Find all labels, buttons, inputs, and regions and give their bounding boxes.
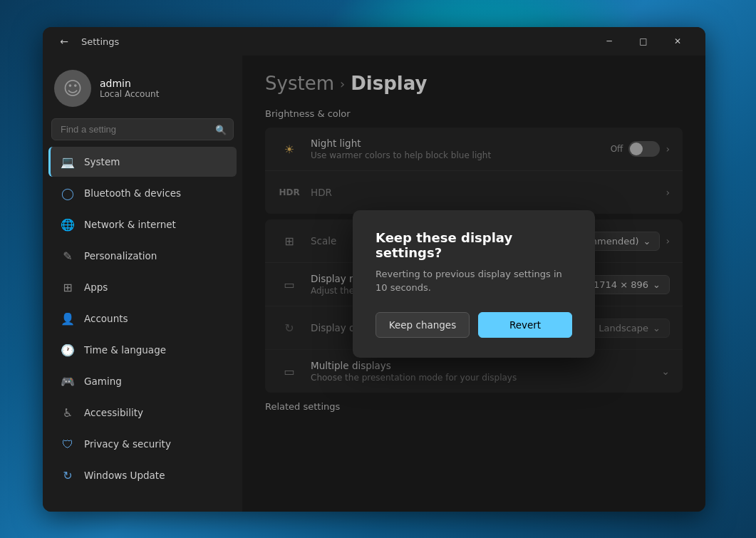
user-name: admin	[100, 78, 159, 89]
personalization-icon: ✎	[60, 248, 76, 264]
window-title: Settings	[81, 36, 119, 47]
sidebar-item-update-label: Windows Update	[84, 470, 165, 481]
search-input[interactable]	[51, 118, 234, 140]
gaming-icon: 🎮	[60, 373, 76, 389]
network-icon: 🌐	[60, 217, 76, 232]
maximize-button[interactable]: □	[627, 30, 660, 53]
sidebar-item-system-label: System	[84, 156, 120, 167]
revert-button[interactable]: Revert	[478, 312, 572, 338]
avatar: ☺	[54, 70, 91, 107]
sidebar-item-bluetooth[interactable]: ◯ Bluetooth & devices	[48, 178, 237, 208]
sidebar-item-network-label: Network & internet	[84, 219, 176, 230]
privacy-icon: 🛡	[60, 436, 76, 452]
sidebar-item-system[interactable]: 💻 System	[48, 147, 237, 177]
sidebar-item-privacy[interactable]: 🛡 Privacy & security	[48, 429, 237, 459]
sidebar-item-accounts-label: Accounts	[84, 313, 128, 324]
sidebar-item-accounts[interactable]: 👤 Accounts	[48, 304, 237, 333]
sidebar-item-network[interactable]: 🌐 Network & internet	[48, 209, 237, 239]
search-box: 🔍	[51, 118, 234, 140]
time-icon: 🕐	[60, 342, 76, 358]
dialog-title: Keep these display settings?	[376, 230, 572, 260]
sidebar-item-gaming-label: Gaming	[84, 376, 122, 387]
main-content: ☺ admin Local Account 🔍 💻 System ◯ Bluet…	[43, 56, 705, 512]
window-controls: ─ □ ✕	[593, 30, 694, 53]
sidebar-item-personalization-label: Personalization	[84, 250, 157, 262]
right-panel: System › Display Brightness & color ☀ Ni…	[242, 56, 705, 512]
sidebar-item-accessibility-label: Accessibility	[84, 407, 143, 418]
apps-icon: ⊞	[60, 279, 76, 295]
titlebar: ← Settings ─ □ ✕	[43, 27, 705, 56]
user-info: admin Local Account	[100, 78, 159, 99]
user-profile: ☺ admin Local Account	[43, 64, 242, 118]
keep-changes-button[interactable]: Keep changes	[376, 312, 470, 338]
sidebar: ☺ admin Local Account 🔍 💻 System ◯ Bluet…	[43, 56, 242, 512]
search-icon: 🔍	[215, 124, 227, 135]
sidebar-item-apps[interactable]: ⊞ Apps	[48, 272, 237, 302]
sidebar-item-gaming[interactable]: 🎮 Gaming	[48, 366, 237, 396]
dialog-overlay: Keep these display settings? Reverting t…	[242, 56, 705, 512]
sidebar-item-time-label: Time & language	[84, 344, 166, 356]
user-account-type: Local Account	[100, 89, 159, 99]
bluetooth-icon: ◯	[60, 185, 76, 201]
settings-window: ← Settings ─ □ ✕ ☺ admin Local Account	[43, 27, 705, 512]
sidebar-item-bluetooth-label: Bluetooth & devices	[84, 187, 181, 199]
accounts-icon: 👤	[60, 311, 76, 326]
update-icon: ↻	[60, 467, 76, 483]
user-icon: ☺	[63, 78, 82, 99]
close-button[interactable]: ✕	[661, 30, 694, 53]
back-button[interactable]: ←	[54, 31, 74, 51]
sidebar-item-apps-label: Apps	[84, 281, 108, 293]
sidebar-item-personalization[interactable]: ✎ Personalization	[48, 241, 237, 271]
sidebar-item-accessibility[interactable]: ♿ Accessibility	[48, 398, 237, 428]
dialog: Keep these display settings? Reverting t…	[353, 210, 595, 358]
system-icon: 💻	[60, 154, 76, 170]
dialog-description: Reverting to previous display settings i…	[376, 267, 572, 295]
sidebar-item-privacy-label: Privacy & security	[84, 438, 171, 450]
sidebar-item-update[interactable]: ↻ Windows Update	[48, 460, 237, 490]
accessibility-icon: ♿	[60, 405, 76, 420]
minimize-button[interactable]: ─	[593, 30, 626, 53]
titlebar-left: ← Settings	[54, 31, 119, 51]
dialog-buttons: Keep changes Revert	[376, 312, 572, 338]
sidebar-item-time[interactable]: 🕐 Time & language	[48, 335, 237, 365]
